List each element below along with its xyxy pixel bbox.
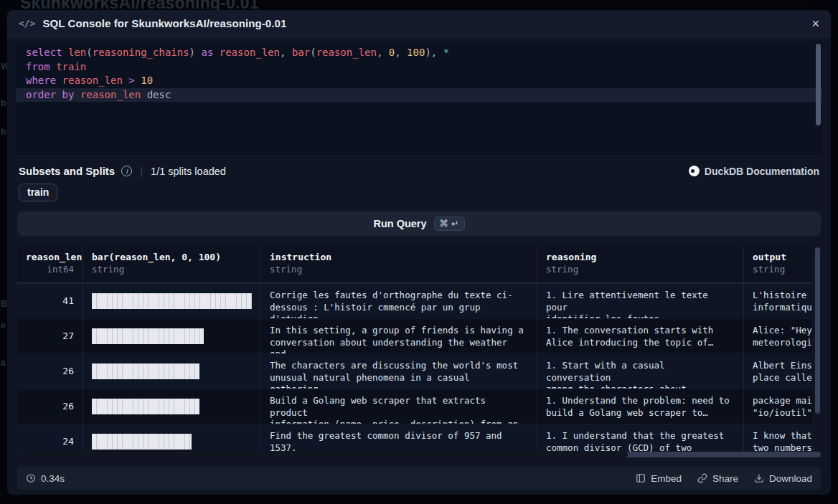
- cell-instruction: Build a Golang web scraper that extracts…: [261, 389, 537, 424]
- download-label: Download: [769, 473, 812, 484]
- duckdb-documentation-link[interactable]: DuckDB Documentation: [689, 166, 819, 177]
- share-button[interactable]: Share: [697, 473, 738, 484]
- background-text-fragment: B: [1, 298, 7, 309]
- modal-titlebar: </> SQL Console for SkunkworksAI/reasoni…: [7, 10, 831, 37]
- code-token: [74, 89, 80, 100]
- cell-reason-len: 41: [17, 284, 83, 318]
- table-horizontal-scrollbar-track[interactable]: [17, 452, 821, 457]
- cell-output: package main "io/ioutil" ": [744, 389, 812, 424]
- code-token: ): [189, 47, 202, 58]
- bar-visualization: [92, 363, 199, 379]
- column-type: string: [92, 264, 252, 275]
- cell-reason-len: 27: [17, 319, 83, 353]
- column-header-reason_len[interactable]: reason_lenint64: [17, 246, 83, 282]
- info-icon[interactable]: i: [121, 166, 132, 176]
- cmd-key-icon: ⌘: [440, 218, 449, 229]
- column-header-instruction[interactable]: instructionstring: [261, 246, 537, 282]
- code-token: as: [201, 47, 213, 58]
- table-vertical-scrollbar[interactable]: [815, 247, 820, 414]
- code-token: >: [128, 75, 134, 86]
- background-text-fragment: s: [1, 357, 6, 368]
- background-text-fragment: e: [1, 320, 6, 331]
- table-horizontal-scrollbar-thumb[interactable]: [17, 452, 628, 457]
- code-token: desc: [147, 89, 171, 100]
- table-row: 26Build a Golang web scraper that extrac…: [17, 389, 812, 424]
- code-token: reasoning_chains: [93, 47, 189, 58]
- table-header-row: reason_lenint64bar(reason_len, 0, 100)st…: [17, 246, 812, 283]
- code-token: 100: [407, 47, 425, 58]
- run-query-label: Run Query: [373, 218, 426, 229]
- background-text-fragment: h: [1, 126, 6, 137]
- code-line[interactable]: from train: [16, 60, 822, 75]
- cell-output: Albert Einste place called: [744, 354, 812, 389]
- code-token: [135, 75, 141, 86]
- column-name: reasoning: [546, 252, 735, 262]
- column-name: bar(reason_len, 0, 100): [92, 252, 252, 262]
- duckdb-logo-icon: [689, 166, 700, 176]
- background-text-fragment: b: [1, 98, 6, 108]
- cell-reasoning: 1. Understand the problem: need to build…: [537, 389, 744, 424]
- cell-bar: [83, 354, 261, 389]
- editor-vertical-scrollbar[interactable]: [816, 44, 821, 125]
- share-link-icon: [697, 473, 707, 483]
- code-token: *: [443, 47, 449, 58]
- code-token: train: [56, 61, 86, 72]
- elapsed-time: 0.34s: [41, 473, 65, 484]
- split-chip-train[interactable]: train: [19, 184, 57, 201]
- code-token: (: [310, 47, 316, 58]
- column-header-output[interactable]: outputstring: [744, 246, 812, 282]
- column-name: reason_len: [26, 252, 74, 262]
- column-type: string: [753, 264, 812, 275]
- column-header-reasoning[interactable]: reasoningstring: [537, 246, 744, 282]
- code-token: select: [26, 47, 62, 58]
- cell-output: Alice: "Hey g meteorologist: [744, 319, 812, 353]
- table-row: 27In this setting, a group of friends is…: [17, 318, 812, 353]
- sql-editor[interactable]: select len(reasoning_chains) as reason_l…: [16, 42, 822, 155]
- code-token: reason_len: [220, 47, 280, 58]
- column-header-bar[interactable]: bar(reason_len, 0, 100)string: [83, 246, 261, 282]
- code-token: order: [26, 89, 56, 100]
- code-token: 10: [141, 75, 153, 86]
- cell-reasoning: 1. Start with a casual conversation amon…: [537, 354, 744, 389]
- code-token: ,: [395, 47, 407, 58]
- embed-button[interactable]: Embed: [636, 473, 682, 484]
- code-token: 0: [389, 47, 395, 58]
- code-line[interactable]: where reason_len > 10: [16, 74, 822, 88]
- share-label: Share: [712, 473, 738, 484]
- code-token: [56, 89, 62, 100]
- splits-loaded-text: 1/1 splits loaded: [151, 166, 226, 177]
- cell-bar: [83, 284, 261, 318]
- code-line[interactable]: select len(reasoning_chains) as reason_l…: [16, 46, 822, 60]
- code-token: reason_len: [80, 89, 141, 100]
- code-line-active[interactable]: order by reason_len desc: [16, 88, 822, 103]
- query-timer: 0.34s: [26, 473, 65, 484]
- code-token: by: [62, 89, 75, 100]
- clock-icon: [26, 473, 36, 483]
- column-type: string: [270, 264, 528, 275]
- subsets-row: Subsets and Splits i | 1/1 splits loaded…: [7, 155, 831, 177]
- sql-console-modal: </> SQL Console for SkunkworksAI/reasoni…: [7, 10, 831, 495]
- code-token: [56, 75, 62, 86]
- results-table: reason_lenint64bar(reason_len, 0, 100)st…: [17, 246, 821, 457]
- code-token: reason_len: [62, 75, 123, 86]
- column-name: output: [753, 252, 812, 262]
- code-token: ),: [425, 47, 443, 58]
- bar-visualization: [92, 328, 204, 344]
- column-type: int64: [26, 264, 74, 275]
- cell-instruction: In this setting, a group of friends is h…: [261, 319, 537, 353]
- subsets-title: Subsets and Splits: [19, 165, 115, 177]
- close-icon[interactable]: ×: [811, 17, 819, 30]
- cell-reason-len: 26: [17, 354, 83, 389]
- run-query-button[interactable]: Run Query ⌘ ↵: [17, 211, 821, 236]
- cell-output: L'histoire co informatique: [744, 284, 812, 318]
- table-row: 41Corrige les fautes d'orthographe du te…: [17, 283, 812, 318]
- code-token: ,: [377, 47, 389, 58]
- separator: |: [138, 165, 144, 177]
- code-token: ,: [280, 47, 292, 58]
- code-token: reason_len: [316, 47, 377, 58]
- bar-visualization: [92, 434, 192, 450]
- keyboard-shortcut-badge: ⌘ ↵: [434, 217, 465, 231]
- download-button[interactable]: Download: [754, 473, 812, 484]
- modal-title: SQL Console for SkunkworksAI/reasoning-0…: [42, 17, 286, 29]
- download-icon: [754, 473, 764, 483]
